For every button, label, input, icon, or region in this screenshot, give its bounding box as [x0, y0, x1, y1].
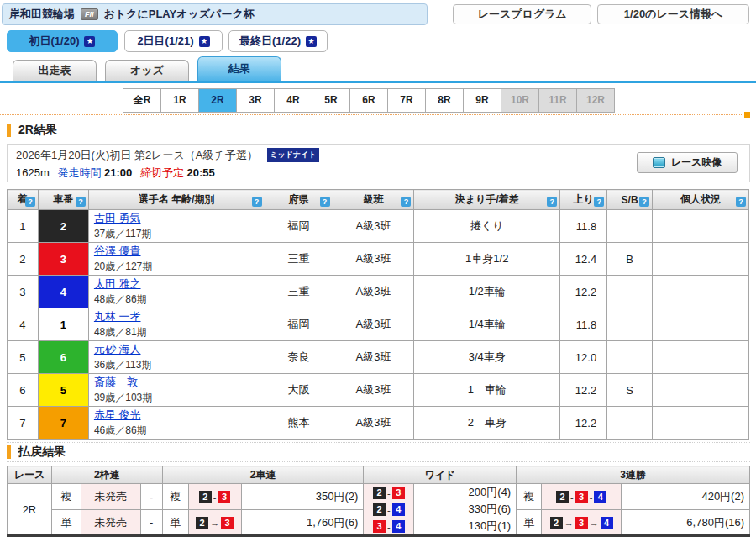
day-tab-second-day[interactable]: 2日目(1/21) ★ — [124, 30, 223, 52]
col-bike-number: 車番? — [38, 190, 88, 210]
venue-name: 岸和田競輪場 — [9, 7, 75, 22]
rider-name-link[interactable]: 丸林 一孝 — [94, 310, 141, 323]
close-time-value: 20:55 — [187, 166, 215, 179]
wide-pay: 330円(6) — [414, 501, 511, 518]
tab-odds[interactable]: オッズ — [105, 60, 189, 81]
sb-cell — [607, 210, 653, 243]
results-header-row: 着? 車番? 選手名 年齢/期別? 府県? 級班? 決まり手/着差? 上り? S… — [8, 190, 749, 210]
col-last-lap: 上り? — [560, 190, 607, 210]
place-cell: 3 — [8, 276, 39, 308]
orange-accent-bar — [7, 445, 11, 459]
status-cell — [653, 243, 749, 276]
race-tab-8r[interactable]: 8R — [425, 88, 464, 113]
place-cell: 7 — [8, 407, 39, 440]
rider-name-link[interactable]: 元砂 海人 — [94, 343, 141, 355]
race-video-button[interactable]: レース映像 — [637, 152, 738, 173]
sharen-fuku-pay: 350円(2) — [241, 484, 364, 510]
rider-name-link[interactable]: 斎藤 敦 — [94, 376, 138, 388]
status-cell — [653, 276, 749, 308]
tab-results[interactable]: 結果 — [197, 56, 281, 81]
fuku-label: 複 — [517, 484, 542, 510]
class-cell: A級3班 — [333, 276, 414, 308]
day-tab-first-day[interactable]: 初日(1/20) ★ — [7, 30, 118, 52]
bike-number-cell: 2 — [38, 210, 88, 243]
help-icon[interactable]: ? — [401, 197, 411, 207]
day-tab-final-day[interactable]: 最終日(1/22) ★ — [228, 30, 328, 52]
col-place: 着? — [8, 190, 39, 210]
rider-cell: 太田 雅之 48歳／86期 — [88, 276, 265, 308]
bike-number-cell: 3 — [38, 243, 88, 276]
race-program-button[interactable]: レースプログラム — [453, 4, 591, 24]
race-tab-1r[interactable]: 1R — [160, 88, 199, 113]
wide-pays: 200円(4) 330円(6) 130円(1) — [414, 484, 517, 536]
race-date-line: 2026年1月20日(火)初日 第2レース（A級チ予選） ミッドナイト — [16, 148, 741, 163]
help-icon[interactable]: ? — [76, 197, 86, 207]
place-cell: 4 — [8, 308, 39, 341]
bike-number-cell: 5 — [38, 374, 88, 407]
class-cell: A級3班 — [333, 243, 414, 276]
result-section-header: 2R結果 — [7, 120, 750, 140]
arrow-separator: → — [590, 518, 599, 528]
race-tab-3r[interactable]: 3R — [236, 88, 275, 113]
race-tab-7r[interactable]: 7R — [387, 88, 426, 113]
tan-label: 単 — [51, 510, 81, 536]
close-time-label: 締切予定 — [140, 166, 184, 179]
race-info-button[interactable]: 1/20のレース情報へ — [597, 4, 749, 24]
event-title: おトクにPLAYオッズパーク杯 — [104, 7, 255, 22]
place-cell: 6 — [8, 374, 39, 407]
help-icon[interactable]: ? — [320, 197, 330, 207]
status-cell — [653, 341, 749, 374]
combo-separator: - — [570, 492, 574, 503]
bike-badge: 3 — [373, 520, 386, 533]
margin-cell: 2 車身 — [414, 407, 560, 440]
bike-badge: 3 — [221, 517, 234, 529]
rider-cell: 赤星 俊光 46歳／86期 — [88, 407, 265, 440]
last-lap-cell: 12.4 — [560, 243, 607, 276]
rider-name-link[interactable]: 吉田 勇気 — [94, 212, 141, 224]
start-time-value: 21:00 — [104, 166, 132, 179]
combo-separator: - — [387, 502, 391, 519]
rider-age: 20歳／127期 — [94, 260, 265, 274]
tab-start-list[interactable]: 出走表 — [13, 60, 97, 81]
help-icon[interactable]: ? — [25, 197, 35, 207]
sanren-fuku-combo: 2-3-4 — [542, 484, 622, 510]
venue-header: 岸和田競輪場 FII おトクにPLAYオッズパーク杯 — [2, 3, 428, 25]
bike-badge: 3 — [218, 491, 230, 503]
help-icon[interactable]: ? — [547, 197, 557, 207]
orange-dotted-separator — [0, 114, 750, 120]
rider-age: 36歳／113期 — [94, 358, 265, 372]
rider-cell: 斎藤 敦 39歳／103期 — [88, 374, 265, 407]
rider-name-link[interactable]: 谷澤 優貴 — [94, 245, 141, 257]
race-tab-5r[interactable]: 5R — [312, 88, 350, 113]
sharen-fuku-combo: 2-3 — [188, 484, 241, 510]
margin-cell: 捲くり — [414, 210, 560, 243]
race-tab-9r[interactable]: 9R — [463, 88, 501, 113]
result-section-title: 2R結果 — [18, 123, 57, 138]
day-tabs: 初日(1/20) ★ 2日目(1/21) ★ 最終日(1/22) ★ — [7, 30, 756, 52]
bike-badge: 4 — [392, 503, 405, 516]
col-class: 級班? — [333, 190, 414, 210]
rider-name-link[interactable]: 赤星 俊光 — [94, 408, 141, 421]
wide-combos: 2-3 2-4 3-4 — [364, 484, 414, 536]
bike-number-cell: 1 — [38, 308, 88, 341]
bike-badge: 2 — [199, 491, 212, 503]
help-icon[interactable]: ? — [639, 197, 649, 207]
margin-cell: 1/4車輪 — [414, 308, 560, 341]
help-icon[interactable]: ? — [736, 197, 746, 207]
result-row: 6 5 斎藤 敦 39歳／103期 大阪 A級3班 1 車輪 12.2 S — [8, 374, 749, 407]
arrow-separator: → — [564, 518, 574, 528]
sb-cell — [607, 276, 653, 308]
race-tab-4r[interactable]: 4R — [274, 88, 312, 113]
col-wide: ワイド — [364, 466, 517, 484]
payout-table: レース 2枠連 2車連 ワイド 3連勝 2R 複 未発売 - 複 2-3 350… — [7, 466, 750, 537]
race-tab-2r[interactable]: 2R — [198, 88, 237, 113]
main-tabs: 出走表 オッズ 結果 — [13, 56, 756, 81]
bike-badge: 3 — [575, 491, 588, 503]
help-icon[interactable]: ? — [252, 197, 262, 207]
help-icon[interactable]: ? — [594, 197, 604, 207]
race-tab-all[interactable]: 全R — [123, 88, 161, 113]
rider-cell: 丸林 一孝 48歳／81期 — [88, 308, 265, 341]
race-tab-6r[interactable]: 6R — [349, 88, 388, 113]
rider-name-link[interactable]: 太田 雅之 — [94, 277, 141, 290]
day-tab-label: 最終日(1/22) — [239, 34, 301, 49]
